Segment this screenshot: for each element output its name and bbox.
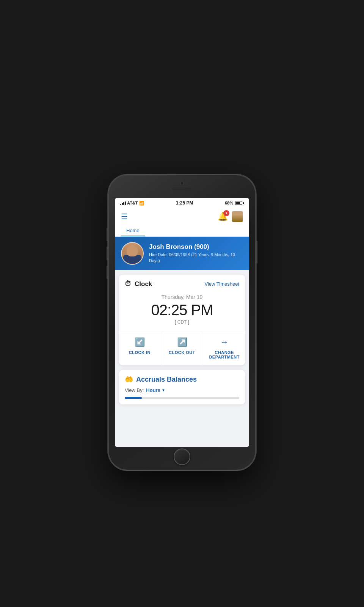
signal-bar-1 [120, 204, 121, 205]
progress-bar-fill [125, 397, 142, 399]
view-by-dropdown[interactable]: Hours ▼ [146, 387, 165, 393]
phone-top-details [172, 181, 192, 190]
phone-frame: AT&T 📶 1:25 PM 68% [108, 175, 256, 470]
accruals-icon: 🤲 [125, 375, 133, 384]
clock-out-label: CLOCK OUT [169, 350, 195, 355]
battery-fill [235, 202, 240, 204]
clock-timezone: [ CDT ] [119, 319, 245, 325]
view-by: View By: Hours ▼ [125, 387, 239, 393]
user-banner: Josh Bronson (900) Hire Date: 06/09/1998… [115, 237, 249, 270]
avatar-small-inner [232, 211, 243, 222]
phone-screen: AT&T 📶 1:25 PM 68% [115, 198, 249, 447]
status-time: 1:25 PM [176, 200, 193, 206]
avatar-head [127, 245, 138, 256]
tab-home[interactable]: Home [121, 225, 145, 236]
user-avatar-small[interactable] [232, 211, 243, 222]
user-name: Josh Bronson (900) [149, 243, 243, 251]
nav-tabs: Home [121, 225, 243, 236]
view-timesheet-link[interactable]: View Timesheet [204, 281, 239, 287]
header-right: 🔔 1 [218, 211, 243, 222]
clock-out-icon: ↗️ [177, 337, 187, 347]
change-dept-icon: → [220, 337, 229, 347]
hamburger-icon[interactable]: ☰ [121, 212, 128, 221]
battery-tip [243, 202, 244, 204]
user-info: Josh Bronson (900) Hire Date: 06/09/1998… [149, 243, 243, 264]
card-header: ⏱ Clock View Timesheet [119, 275, 245, 292]
user-hire-date: Hire Date: 06/09/1998 (21 Years, 9 Month… [149, 252, 243, 264]
clock-title: Clock [135, 280, 152, 288]
dropdown-arrow-icon: ▼ [162, 388, 165, 392]
notification-badge: 1 [223, 210, 229, 216]
home-button[interactable] [174, 448, 190, 465]
clock-time: 02:25 PM [119, 302, 245, 319]
clock-card: ⏱ Clock View Timesheet Thursday, Mar 19 … [119, 275, 245, 365]
clock-display: Thursday, Mar 19 02:25 PM [ CDT ] [119, 292, 245, 331]
progress-bar-container [125, 397, 239, 399]
status-right: 68% [225, 201, 244, 205]
clock-in-label: CLOCK IN [129, 350, 151, 355]
carrier-label: AT&T [127, 201, 138, 205]
screen-content: AT&T 📶 1:25 PM 68% [115, 198, 249, 447]
change-department-button[interactable]: → CHANGE DEPARTMENT [203, 331, 245, 365]
status-left: AT&T 📶 [120, 201, 144, 206]
battery-icon [235, 201, 244, 205]
signal-bars [120, 201, 126, 205]
avatar-face [122, 243, 143, 264]
user-avatar [121, 242, 144, 265]
clock-in-button[interactable]: ↙️ CLOCK IN [119, 331, 161, 365]
app-header: ☰ 🔔 1 Home [115, 207, 249, 237]
camera [180, 181, 184, 185]
accruals-card: 🤲 Accruals Balances View By: Hours ▼ [119, 370, 245, 404]
clock-actions: ↙️ CLOCK IN ↗️ CLOCK OUT → CHANGE DEPART… [119, 331, 245, 365]
view-by-value-text: Hours [146, 387, 160, 393]
clock-in-icon: ↙️ [135, 337, 145, 347]
signal-bar-2 [122, 203, 123, 205]
accruals-header: 🤲 Accruals Balances [125, 375, 239, 384]
app-header-top: ☰ 🔔 1 [121, 211, 243, 222]
clock-icon: ⏱ [125, 280, 132, 288]
status-bar: AT&T 📶 1:25 PM 68% [115, 198, 249, 207]
wifi-icon: 📶 [139, 201, 144, 206]
phone-body: AT&T 📶 1:25 PM 68% [108, 175, 256, 470]
bell-container[interactable]: 🔔 1 [218, 212, 228, 222]
signal-bar-4 [125, 201, 126, 205]
battery-body [235, 201, 242, 205]
view-by-label: View By: [125, 387, 144, 393]
clock-out-button[interactable]: ↗️ CLOCK OUT [161, 331, 204, 365]
card-title: ⏱ Clock [125, 280, 152, 288]
signal-bar-3 [123, 202, 124, 205]
clock-date: Thursday, Mar 19 [119, 294, 245, 300]
accruals-title: Accruals Balances [136, 376, 197, 384]
change-dept-label: CHANGE DEPARTMENT [206, 350, 242, 359]
speaker [172, 187, 192, 190]
battery-percent: 68% [225, 201, 233, 205]
